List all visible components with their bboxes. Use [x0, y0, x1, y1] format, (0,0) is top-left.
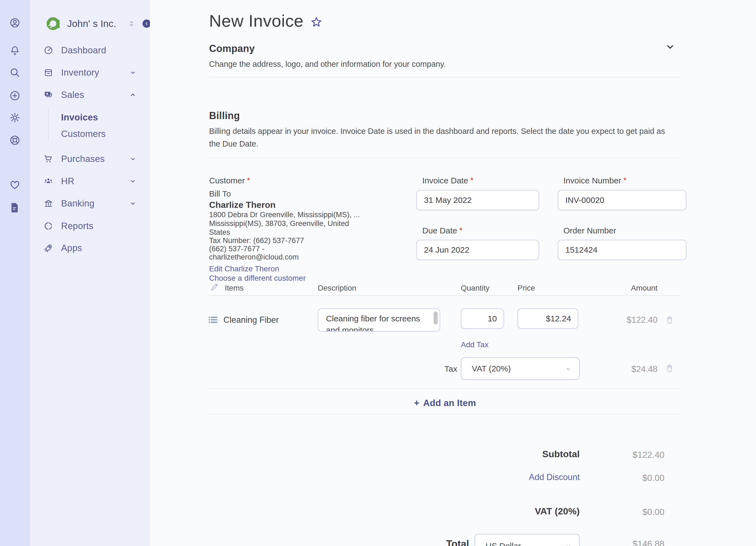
chevron-down-icon [129, 69, 136, 76]
col-quantity-header: Quantity [461, 284, 489, 292]
edit-customer-link[interactable]: Edit Charlize Theron [209, 265, 279, 273]
sidebar-collapse-button[interactable] [143, 20, 151, 28]
settings-icon[interactable] [9, 112, 21, 124]
purchases-icon [43, 154, 53, 164]
col-amount-header: Amount [631, 284, 658, 292]
col-items-header: Items [225, 284, 243, 292]
customer-email: charlizetheron@icloud.com [209, 253, 299, 262]
vat-value: $0.00 [642, 507, 664, 517]
item-quantity-input[interactable]: 10 [461, 308, 504, 329]
delete-tax-icon[interactable] [665, 363, 674, 373]
item-drag-list-icon[interactable] [208, 315, 218, 324]
company-switcher[interactable]: John' s Inc. [30, 13, 150, 35]
customer-address-line: Mississippi(MS), 38703, Greenville, Unit… [209, 220, 349, 228]
textarea-scrollbar[interactable] [434, 311, 438, 324]
search-icon[interactable] [9, 67, 21, 79]
banking-icon [43, 199, 53, 209]
vat-label: VAT (20%) [535, 506, 580, 517]
row-divider [209, 414, 681, 415]
sales-icon [43, 90, 53, 100]
add-tax-link[interactable]: Add Tax [461, 340, 489, 349]
company-section-title: Company [209, 43, 255, 54]
plus-icon: + [414, 398, 420, 408]
total-label: Total [446, 538, 469, 546]
order-number-input[interactable]: 1512424 [558, 240, 686, 260]
chevron-down-icon [565, 365, 572, 372]
customer-name: Charlize Theron [209, 200, 276, 210]
add-item-button[interactable]: + Add an Item [209, 396, 681, 410]
customer-address-line: States [209, 228, 230, 237]
company-name: John' s Inc. [67, 13, 116, 35]
customer-label: Customer* [209, 176, 250, 185]
dashboard-icon [43, 45, 53, 55]
subtotal-label: Subtotal [542, 449, 580, 459]
hr-icon [43, 176, 53, 186]
subtotal-value: $122.40 [632, 450, 664, 460]
sidebar-item-banking[interactable]: Banking [30, 195, 150, 212]
tax-amount: $24.48 [631, 364, 658, 374]
choose-customer-link[interactable]: Choose a different customer [209, 274, 306, 282]
sidebar: John' s Inc. Dashboard Inventory [30, 0, 150, 546]
account-icon[interactable] [9, 17, 21, 29]
invoice-number-input[interactable]: INV-00020 [558, 190, 686, 210]
app-logo-icon [45, 15, 63, 32]
document-icon[interactable] [9, 201, 21, 213]
col-price-header: Price [517, 284, 535, 292]
favorite-star-icon[interactable] [311, 16, 322, 28]
customer-address-line: 1800 Debra Dr Greenville, Mississippi(MS… [209, 211, 360, 219]
due-date-label: Due Date* [422, 226, 462, 235]
main-content: New Invoice Company Change the address, … [150, 0, 756, 546]
sidebar-item-apps[interactable]: Apps [30, 240, 150, 256]
item-price-input[interactable]: $12.24 [517, 308, 578, 329]
customer-tax-number: Tax Number: (662) 537-7677 [209, 237, 304, 245]
chevron-down-icon [129, 200, 136, 207]
sidebar-item-reports[interactable]: Reports [30, 218, 150, 234]
chevron-down-icon [565, 542, 572, 546]
support-icon[interactable] [9, 134, 21, 146]
currency-select[interactable]: US Dollar [475, 534, 580, 546]
sidebar-item-dashboard[interactable]: Dashboard [30, 42, 150, 59]
add-icon[interactable] [9, 90, 21, 102]
reports-icon [43, 221, 53, 231]
billing-section-description: Billing details appear in your invoice. … [209, 125, 677, 150]
sidebar-item-inventory[interactable]: Inventory [30, 64, 150, 81]
tax-label: Tax [431, 364, 457, 374]
company-expand-chevron-icon[interactable] [665, 42, 675, 52]
page-title: New Invoice [209, 11, 303, 31]
section-divider [209, 158, 681, 158]
item-name: Cleaning Fiber [223, 315, 279, 325]
section-divider [209, 77, 681, 78]
delete-item-icon[interactable] [665, 315, 674, 324]
icon-rail [0, 0, 30, 546]
required-marker: * [247, 176, 250, 185]
billing-section-title: Billing [209, 110, 240, 122]
app-window: John' s Inc. Dashboard Inventory [0, 0, 756, 546]
customer-phone: (662) 537-7677 - [209, 245, 264, 253]
invoice-number-label: Invoice Number* [563, 176, 626, 185]
unfold-icon[interactable] [128, 20, 135, 27]
company-section-description: Change the address, logo, and other info… [209, 58, 677, 70]
apps-icon [43, 243, 53, 253]
sidebar-item-invoices[interactable]: Invoices [30, 110, 150, 125]
order-number-label: Order Number [563, 226, 616, 235]
pencil-icon [209, 282, 219, 292]
item-description-input[interactable]: Cleaning fiber for screens and monitors [318, 308, 440, 331]
item-amount: $122.40 [627, 315, 658, 325]
sidebar-item-hr[interactable]: HR [30, 173, 150, 190]
notifications-icon[interactable] [9, 45, 21, 57]
tax-select[interactable]: VAT (20%) [461, 357, 580, 380]
chevron-up-icon [129, 91, 136, 98]
sidebar-item-customers[interactable]: Customers [30, 126, 150, 142]
invoice-date-input[interactable]: 31 May 2022 [416, 190, 539, 210]
add-discount-link[interactable]: Add Discount [529, 472, 580, 482]
due-date-input[interactable]: 24 Jun 2022 [416, 240, 539, 260]
sidebar-item-purchases[interactable]: Purchases [30, 151, 150, 167]
chevron-down-icon [129, 178, 136, 185]
discount-value: $0.00 [642, 473, 664, 483]
sidebar-item-sales[interactable]: Sales [30, 87, 150, 103]
total-value: $146.88 [632, 539, 664, 546]
favorites-icon[interactable] [9, 179, 21, 191]
chevron-down-icon [129, 155, 136, 163]
inventory-icon [43, 68, 53, 78]
bill-to-label: Bill To [209, 189, 231, 199]
